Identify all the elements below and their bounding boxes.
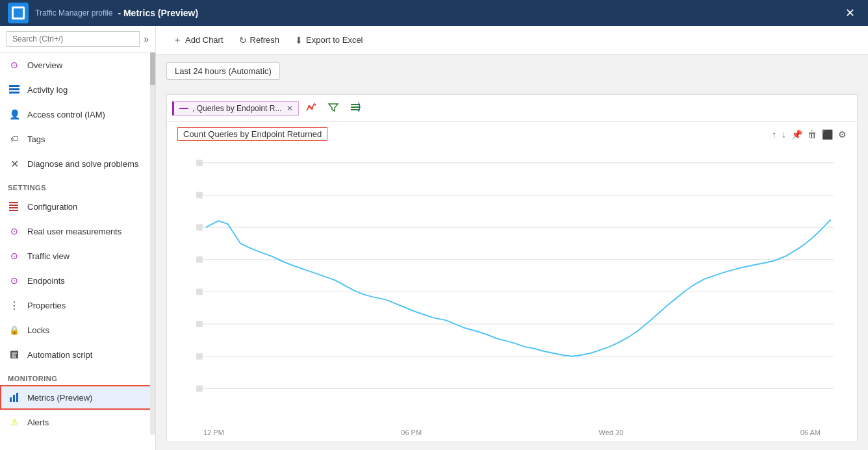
- top-bar: Traffic Manager profile - Metrics (Previ…: [0, 0, 868, 26]
- sidebar-item-traffic-view[interactable]: ⊙ Traffic view: [0, 244, 155, 268]
- svg-rect-32: [196, 321, 203, 327]
- chart-line: [206, 219, 831, 356]
- search-input[interactable]: [6, 31, 140, 47]
- svg-rect-12: [13, 395, 15, 402]
- chart-type-button[interactable]: [301, 99, 321, 118]
- alerts-icon: ⚠: [8, 416, 21, 429]
- add-chart-icon: ＋: [173, 34, 182, 46]
- svg-rect-0: [9, 85, 19, 87]
- sidebar-item-endpoints[interactable]: ⊙ Endpoints: [0, 268, 155, 293]
- sidebar-item-automation-script[interactable]: Automation script: [0, 342, 155, 367]
- sidebar-item-label: Traffic view: [27, 251, 70, 261]
- sidebar-item-properties[interactable]: ⋮ Properties: [0, 293, 155, 318]
- svg-rect-29: [196, 224, 203, 231]
- main-layout: » ⊙ Overview: [0, 26, 868, 450]
- traffic-view-icon: ⊙: [8, 249, 21, 262]
- svg-rect-6: [9, 210, 18, 211]
- svg-rect-34: [196, 385, 203, 392]
- sidebar-item-overview[interactable]: ⊙ Overview: [0, 53, 155, 77]
- real-user-measurements-icon: ⊙: [8, 225, 21, 238]
- endpoints-icon: ⊙: [8, 274, 21, 287]
- top-bar-title: - Metrics (Preview): [118, 8, 198, 18]
- delete-icon[interactable]: 🗑: [808, 129, 817, 140]
- svg-rect-30: [196, 256, 203, 263]
- chart-body: Count Queries by Endpoint Returned ↑ ↓ 📌…: [167, 122, 857, 442]
- sidebar-item-metrics-preview[interactable]: Metrics (Preview): [0, 385, 155, 410]
- tab-label: , Queries by Endpoint R...: [192, 104, 281, 113]
- chart-svg-container: [177, 144, 847, 427]
- sidebar-item-label: Metrics (Preview): [27, 393, 92, 403]
- automation-script-icon: [8, 348, 21, 361]
- sidebar-item-tags[interactable]: 🏷 Tags: [0, 127, 155, 151]
- svg-rect-3: [9, 202, 18, 203]
- filter-button[interactable]: [324, 99, 343, 118]
- sort-desc-icon[interactable]: ↓: [782, 129, 786, 140]
- copy-icon[interactable]: ⬛: [822, 129, 833, 140]
- sidebar-item-configuration[interactable]: Configuration: [0, 194, 155, 219]
- sidebar-item-label: Alerts: [27, 418, 49, 427]
- sidebar-item-label: Access control (IAM): [27, 110, 105, 119]
- add-chart-button[interactable]: ＋ Add Chart: [166, 31, 230, 49]
- svg-point-15: [311, 107, 313, 110]
- x-label-wed30: Wed 30: [599, 429, 624, 436]
- sidebar-item-diagnose[interactable]: ✕ Diagnose and solve problems: [0, 151, 155, 176]
- refresh-icon: ↻: [239, 35, 247, 45]
- sidebar-item-label: Properties: [27, 301, 66, 310]
- tags-icon: 🏷: [8, 132, 21, 145]
- metrics-preview-icon: [8, 391, 21, 404]
- svg-rect-5: [9, 207, 18, 208]
- sidebar-item-activity-log[interactable]: Activity log: [0, 77, 155, 102]
- refresh-button[interactable]: ↻ Refresh: [233, 32, 287, 49]
- toolbar: ＋ Add Chart ↻ Refresh ⬇ Export to Excel: [156, 26, 868, 55]
- sidebar-nav: ⊙ Overview Activity log 👤 Acce: [0, 53, 155, 450]
- x-axis-labels: 12 PM 06 PM Wed 30 06 AM: [177, 427, 847, 442]
- close-button[interactable]: ✕: [840, 3, 860, 23]
- sidebar-item-locks[interactable]: 🔒 Locks: [0, 318, 155, 342]
- svg-rect-28: [196, 192, 203, 198]
- tab-line-indicator: [179, 108, 188, 109]
- chart-svg: [177, 144, 847, 427]
- properties-icon: ⋮: [8, 299, 21, 312]
- export-button[interactable]: ⬇ Export to Excel: [288, 32, 369, 49]
- sidebar-item-alerts[interactable]: ⚠ Alerts: [0, 410, 155, 434]
- sidebar-item-label: Real user measurements: [27, 227, 121, 236]
- sidebar-collapse-button[interactable]: »: [144, 34, 149, 44]
- sidebar-item-label: Endpoints: [27, 276, 65, 286]
- sidebar-search-area: »: [0, 26, 155, 53]
- tab-close-button[interactable]: ✕: [287, 104, 293, 113]
- add-chart-label: Add Chart: [185, 35, 223, 45]
- x-label-6am: 06 AM: [800, 429, 821, 436]
- sidebar-item-real-user-measurements[interactable]: ⊙ Real user measurements: [0, 219, 155, 244]
- access-control-icon: 👤: [8, 108, 21, 121]
- chart-title: Count Queries by Endpoint Returned: [177, 127, 327, 141]
- x-label-6pm: 06 PM: [401, 429, 422, 436]
- overview-icon: ⊙: [8, 58, 21, 71]
- chart-tab-pill: , Queries by Endpoint R... ✕: [172, 101, 299, 116]
- svg-rect-9: [12, 355, 16, 356]
- pin-icon[interactable]: 📌: [791, 129, 802, 140]
- sidebar-item-label: Diagnose and solve problems: [27, 159, 138, 169]
- split-button[interactable]: [346, 99, 365, 118]
- svg-rect-11: [10, 397, 12, 402]
- svg-rect-8: [12, 353, 17, 354]
- svg-rect-4: [9, 205, 18, 206]
- svg-rect-1: [9, 88, 19, 90]
- export-icon: ⬇: [295, 35, 303, 45]
- time-range-button[interactable]: Last 24 hours (Automatic): [166, 62, 280, 80]
- configuration-icon: [8, 200, 21, 213]
- svg-rect-17: [351, 106, 360, 108]
- activity-log-icon: [8, 83, 21, 96]
- sidebar-item-access-control[interactable]: 👤 Access control (IAM): [0, 102, 155, 127]
- chart-card: , Queries by Endpoint R... ✕: [166, 94, 858, 442]
- settings-icon[interactable]: ⚙: [838, 129, 847, 140]
- settings-section-label: SETTINGS: [0, 176, 155, 194]
- sidebar-item-label: Configuration: [27, 202, 77, 212]
- refresh-label: Refresh: [250, 35, 280, 45]
- monitoring-section-label: MONITORING: [0, 367, 155, 385]
- svg-rect-33: [196, 353, 203, 360]
- sidebar-item-label: Tags: [27, 134, 45, 144]
- chart-title-bar: Count Queries by Endpoint Returned ↑ ↓ 📌…: [177, 127, 847, 141]
- svg-rect-31: [196, 288, 203, 295]
- sort-asc-icon[interactable]: ↑: [772, 129, 776, 140]
- diagnose-icon: ✕: [8, 157, 21, 170]
